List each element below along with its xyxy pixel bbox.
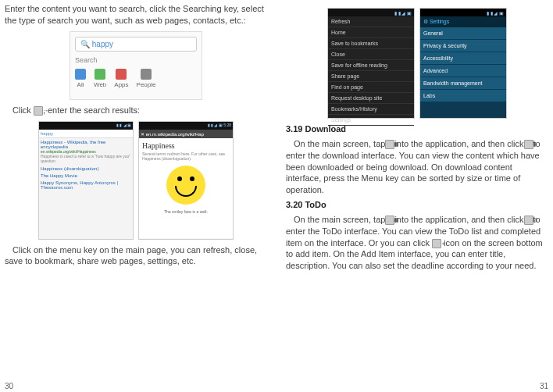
wiki-title: Happiness xyxy=(142,141,230,150)
menu-item[interactable]: Settings xyxy=(328,115,414,126)
status-bar: ▮ ▮ ◢ ▣ xyxy=(420,9,506,16)
tab-all[interactable]: All xyxy=(75,69,86,88)
result-title[interactable]: Happiness (disambiguation) xyxy=(41,166,131,171)
result-title[interactable]: Happiness - Wikipedia, the free encyclop… xyxy=(41,140,131,149)
phone-settings: ▮ ▮ ◢ ▣ ⚙ Settings General Privacy & sec… xyxy=(419,8,507,119)
settings-item[interactable]: Accessibility xyxy=(420,52,506,65)
menu-item[interactable]: Close xyxy=(328,49,414,60)
intro-para: Enter the content you want to search, cl… xyxy=(5,3,267,27)
tab-web[interactable]: Web xyxy=(94,69,106,88)
todo-para: On the main screen, tap▦into the applica… xyxy=(286,214,548,272)
menu-item[interactable]: Home xyxy=(328,27,414,38)
right-page: ▮ ▮ ◢ ▣ Refresh Home Save to bookmarks C… xyxy=(276,0,553,392)
gear-icon: ⚙ xyxy=(423,19,428,24)
page-number: 30 xyxy=(5,382,13,390)
menu-item[interactable]: Save for offline reading xyxy=(328,60,414,71)
menu-item[interactable]: Request desktop site xyxy=(328,93,414,104)
settings-item[interactable]: General xyxy=(420,27,506,40)
menu-item[interactable]: Share page xyxy=(328,71,414,82)
settings-item[interactable]: Labs xyxy=(420,90,506,102)
menu-item[interactable]: Find on page xyxy=(328,82,414,93)
menu-item[interactable]: Bookmarks/History xyxy=(328,104,414,115)
caption: The smiley face is a well- xyxy=(142,209,230,214)
settings-figure: ▮ ▮ ◢ ▣ Refresh Home Save to bookmarks C… xyxy=(286,8,548,119)
menu-key-para: Click on the menu key on the main page, … xyxy=(5,244,267,268)
status-bar: ▮ ▮ ◢ ▣ 5:28 xyxy=(139,122,233,130)
search-input[interactable]: 🔍 happy xyxy=(75,37,197,52)
result-title[interactable]: Happy Synonyms, Happy Antonyms | Thesaur… xyxy=(41,180,131,190)
add-icon: ＋ xyxy=(432,239,441,248)
section-heading-todo: 3.20 ToDo xyxy=(286,199,548,211)
page-number: 31 xyxy=(540,382,548,390)
status-bar: ▮ ▮ ◢ ▣ xyxy=(328,9,414,16)
search-box-figure: 🔍 happy Search All Web Apps People xyxy=(70,31,202,100)
tab-apps[interactable]: Apps xyxy=(114,69,128,88)
results-figure: ▮ ▮ ◢ ▣ happy Happiness - Wikipedia, the… xyxy=(5,121,267,240)
result-phone-right: ▮ ▮ ◢ ▣ 5:28 ✕ en.m.wikipedia.org/wiki/H… xyxy=(138,121,234,240)
url-bar[interactable]: ✕ en.m.wikipedia.org/wiki/Hap xyxy=(139,130,233,138)
settings-item[interactable]: Privacy & security xyxy=(420,40,506,52)
tab-people[interactable]: People xyxy=(137,69,156,88)
search-query: happy xyxy=(92,40,113,48)
arrow-icon xyxy=(34,106,43,116)
apps-icon: ▦ xyxy=(385,216,394,225)
search-icon: 🔍 xyxy=(80,40,90,48)
query-bar[interactable]: happy xyxy=(39,130,133,138)
settings-item[interactable]: Advanced xyxy=(420,65,506,77)
phone-menu: ▮ ▮ ◢ ▣ Refresh Home Save to bookmarks C… xyxy=(327,8,415,119)
section-heading-download: 3.19 Download xyxy=(286,123,548,135)
status-bar: ▮ ▮ ◢ ▣ xyxy=(39,122,133,130)
result-phone-left: ▮ ▮ ◢ ▣ happy Happiness - Wikipedia, the… xyxy=(38,121,134,240)
download-para: On the main screen, tap▦into the applica… xyxy=(286,138,548,196)
search-tabs: All Web Apps People xyxy=(75,69,197,88)
todo-icon: ☑ xyxy=(524,216,533,225)
menu-item[interactable]: Save to bookmarks xyxy=(328,38,414,49)
settings-header: ⚙ Settings xyxy=(420,16,506,27)
smiley-icon xyxy=(166,166,205,205)
left-page: Enter the content you want to search, cl… xyxy=(0,0,276,392)
settings-item[interactable]: Bandwidth management xyxy=(420,77,506,90)
download-icon: ⬇ xyxy=(524,140,533,149)
menu-item[interactable]: Refresh xyxy=(328,16,414,27)
search-label: Search xyxy=(75,56,197,64)
result-desc: Happiness is used to refer to a "how hap… xyxy=(41,154,131,163)
result-title[interactable]: The Happy Movie xyxy=(41,173,131,178)
apps-icon: ▦ xyxy=(385,140,394,149)
click-arrow-para: Click , enter the search results: xyxy=(5,105,267,116)
